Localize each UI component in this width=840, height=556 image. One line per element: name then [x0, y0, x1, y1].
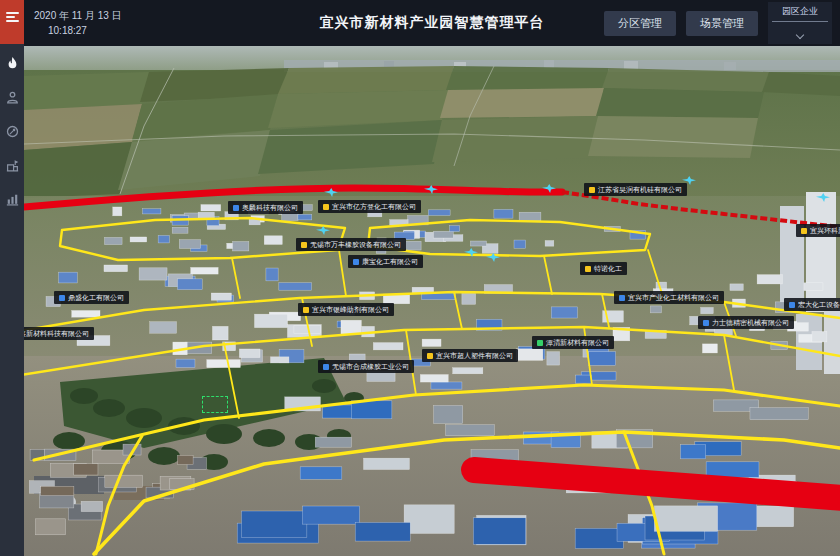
- zone-manage-button[interactable]: 分区管理: [604, 11, 676, 36]
- scene-manage-button[interactable]: 场景管理: [686, 11, 758, 36]
- company-icon: [301, 242, 307, 248]
- company-label-text: 奥麟科技有限公司: [242, 204, 298, 211]
- enterprise-button[interactable]: [5, 158, 19, 172]
- company-label[interactable]: 无锡市万丰橡胶设备有限公司: [296, 238, 406, 251]
- left-sidebar: [0, 0, 24, 556]
- time-text: 10:18:27: [34, 23, 122, 38]
- company-label[interactable]: 江苏省昊润有机硅有限公司: [584, 183, 687, 196]
- company-icon: [801, 228, 807, 234]
- flame-icon: [6, 57, 19, 70]
- app-window: 2020 年 11 月 13 日 10:18:27 宜兴市新材料产业园智慧管理平…: [0, 0, 840, 556]
- company-icon: [589, 187, 595, 193]
- vehicle-marker-icon[interactable]: [424, 185, 438, 194]
- company-icon: [619, 295, 625, 301]
- company-label-text: 潭清新材料有限公司: [546, 339, 609, 346]
- vehicle-marker-icon[interactable]: [816, 193, 830, 202]
- vehicle-marker-icon[interactable]: [486, 253, 500, 262]
- company-label-text: 无锡市合成橡胶工业公司: [332, 363, 409, 370]
- company-icon: [703, 320, 709, 326]
- company-label-text: 力士德精密机械有限公司: [712, 319, 789, 326]
- company-label-text: 特诺化工: [594, 265, 622, 272]
- company-label[interactable]: 宜兴市产业化工材料有限公司: [614, 291, 724, 304]
- company-label-text: 宜兴环科新材料有限公司: [810, 227, 840, 234]
- bar-chart-icon: [6, 193, 19, 206]
- vehicle-marker-icon[interactable]: [464, 248, 478, 257]
- gauge-icon: [6, 125, 19, 138]
- company-icon: [59, 295, 65, 301]
- dropdown-label: 园区企业: [772, 5, 828, 18]
- map-overlay: 奥麟科技有限公司宜兴市亿方登化工有限公司无锡市万丰橡胶设备有限公司康宝化工有限公…: [24, 46, 840, 556]
- datetime: 2020 年 11 月 13 日 10:18:27: [34, 8, 122, 38]
- statistics-button[interactable]: [5, 192, 19, 206]
- company-label[interactable]: 无锡市合成橡胶工业公司: [318, 360, 414, 373]
- fire-monitor-button[interactable]: [5, 56, 19, 70]
- company-label-text: 宜兴市亿方登化工有限公司: [332, 203, 416, 210]
- company-label[interactable]: 宜兴市银峰助剂有限公司: [298, 303, 394, 316]
- company-label-text: 江苏省昊润有机硅有限公司: [598, 186, 682, 193]
- personnel-button[interactable]: [5, 90, 19, 104]
- company-label[interactable]: 鼎盛化工有限公司: [54, 291, 129, 304]
- company-label[interactable]: 宜兴环科新材料有限公司: [796, 224, 840, 237]
- company-icon: [303, 307, 309, 313]
- company-icon: [233, 205, 239, 211]
- company-icon: [427, 353, 433, 359]
- company-icon: [323, 364, 329, 370]
- company-label[interactable]: 宏大化工设备有限公司: [784, 298, 840, 311]
- company-label-text: 康宝化工有限公司: [362, 258, 418, 265]
- date-text: 2020 年 11 月 13 日: [34, 8, 122, 23]
- divider: [772, 21, 828, 22]
- company-label[interactable]: 宜兴市亿方登化工有限公司: [318, 200, 421, 213]
- vehicle-marker-icon[interactable]: [324, 188, 338, 197]
- monitor-button[interactable]: [5, 124, 19, 138]
- map-3d-view[interactable]: 奥麟科技有限公司宜兴市亿方登化工有限公司无锡市万丰橡胶设备有限公司康宝化工有限公…: [24, 46, 840, 556]
- company-label[interactable]: 康宝化工有限公司: [348, 255, 423, 268]
- company-label[interactable]: 宜兴新材料科技有限公司: [24, 327, 94, 340]
- selection-box: [202, 396, 228, 413]
- company-label-text: 宜兴市超人塑件有限公司: [436, 352, 513, 359]
- company-icon: [537, 340, 543, 346]
- company-label[interactable]: 潭清新材料有限公司: [532, 336, 614, 349]
- company-icon: [323, 204, 329, 210]
- company-label[interactable]: 宜兴市超人塑件有限公司: [422, 349, 518, 362]
- company-label[interactable]: 奥麟科技有限公司: [228, 201, 303, 214]
- company-label-text: 宜兴市银峰助剂有限公司: [312, 306, 389, 313]
- page-title: 宜兴市新材料产业园智慧管理平台: [320, 14, 545, 32]
- menu-button[interactable]: [0, 0, 24, 44]
- company-label-text: 无锡市万丰橡胶设备有限公司: [310, 241, 401, 248]
- person-icon: [6, 91, 19, 104]
- menu-icon: [6, 10, 19, 24]
- factory-icon: [6, 159, 19, 172]
- company-label-text: 鼎盛化工有限公司: [68, 294, 124, 301]
- company-label[interactable]: 特诺化工: [580, 262, 627, 275]
- top-bar: 2020 年 11 月 13 日 10:18:27 宜兴市新材料产业园智慧管理平…: [24, 0, 840, 46]
- vehicle-marker-icon[interactable]: [316, 226, 330, 235]
- company-icon: [585, 266, 591, 272]
- company-label-text: 宜兴市产业化工材料有限公司: [628, 294, 719, 301]
- company-label-text: 宏大化工设备有限公司: [798, 301, 840, 308]
- park-enterprise-dropdown[interactable]: 园区企业: [768, 2, 832, 44]
- vehicle-marker-icon[interactable]: [542, 184, 556, 193]
- company-icon: [353, 259, 359, 265]
- company-label[interactable]: 力士德精密机械有限公司: [698, 316, 794, 329]
- chevron-down-icon: [796, 31, 804, 39]
- company-icon: [789, 302, 795, 308]
- company-label-text: 宜兴新材料科技有限公司: [24, 330, 89, 337]
